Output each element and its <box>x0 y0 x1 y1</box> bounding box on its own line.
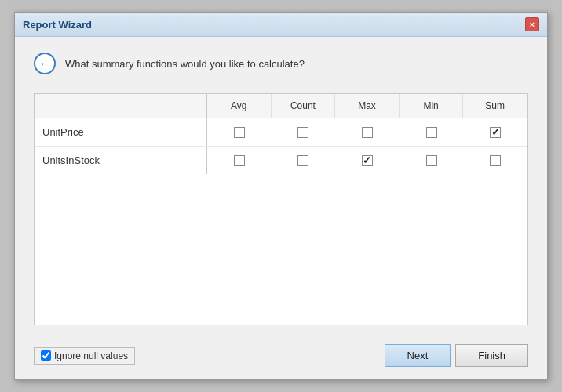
checkbox-unitsinstock-count[interactable] <box>297 155 308 166</box>
col-header-avg: Avg <box>207 94 272 118</box>
checkbox-unitprice-max[interactable] <box>362 127 373 138</box>
ignore-null-label[interactable]: Ignore null values <box>34 347 135 365</box>
col-header-sum: Sum <box>463 94 527 118</box>
row-unitprice-avg-cell <box>207 119 272 146</box>
dialog-title: Report Wizard <box>23 19 92 31</box>
footer-area: Ignore null values Next Finish <box>34 338 528 367</box>
dialog-content: ← What summary functions would you like … <box>15 37 547 379</box>
row-unitsinstock-sum-cell <box>463 147 527 174</box>
back-button[interactable]: ← <box>34 53 56 74</box>
row-unitprice-count-cell <box>272 119 336 146</box>
row-unitsinstock-count-cell <box>272 147 336 174</box>
table-row: UnitsInStock <box>35 147 527 174</box>
checkbox-unitsinstock-max[interactable] <box>362 155 373 166</box>
checkbox-unitsinstock-min[interactable] <box>426 155 437 166</box>
checkbox-unitprice-avg[interactable] <box>234 127 245 138</box>
finish-button[interactable]: Finish <box>455 344 528 367</box>
checkbox-unitsinstock-sum[interactable] <box>490 155 501 166</box>
checkbox-unitprice-count[interactable] <box>297 127 308 138</box>
row-unitprice-min-cell <box>400 119 464 146</box>
summary-grid: Avg Count Max Min Sum UnitPrice <box>34 93 528 325</box>
row-unitsinstock-max-cell <box>335 147 400 174</box>
checkbox-unitprice-sum[interactable] <box>490 127 501 138</box>
wizard-header: ← What summary functions would you like … <box>34 53 528 81</box>
report-wizard-dialog: Report Wizard × ← What summary functions… <box>14 12 548 380</box>
checkbox-unitsinstock-avg[interactable] <box>234 155 245 166</box>
col-header-count: Count <box>272 94 336 118</box>
col-header-min: Min <box>400 94 464 118</box>
row-unitsinstock-min-cell <box>400 147 464 174</box>
button-group: Next Finish <box>385 344 528 367</box>
row-unitprice-sum-cell <box>463 119 527 146</box>
col-header-field <box>35 94 207 118</box>
grid-header-row: Avg Count Max Min Sum <box>35 94 527 118</box>
row-field-unitprice: UnitPrice <box>35 118 207 146</box>
wizard-question: What summary functions would you like to… <box>65 58 305 70</box>
ignore-null-checkbox[interactable] <box>41 350 51 361</box>
row-unitprice-max-cell <box>335 119 400 146</box>
checkbox-unitprice-min[interactable] <box>426 127 437 138</box>
col-header-max: Max <box>335 94 400 118</box>
table-row: UnitPrice <box>35 118 527 147</box>
next-button[interactable]: Next <box>385 344 451 367</box>
row-field-unitsinstock: UnitsInStock <box>35 147 207 174</box>
ignore-null-text: Ignore null values <box>54 350 128 361</box>
close-button[interactable]: × <box>525 17 539 31</box>
row-unitsinstock-avg-cell <box>207 147 272 174</box>
title-bar: Report Wizard × <box>15 13 547 37</box>
